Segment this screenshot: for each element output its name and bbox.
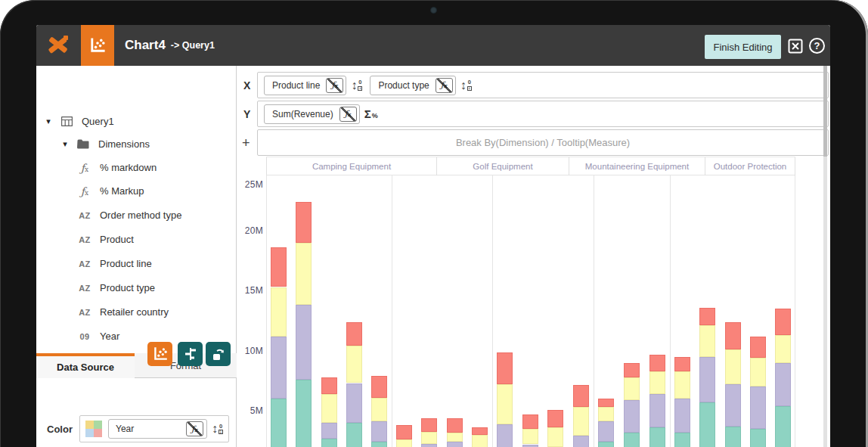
close-icon[interactable]: [788, 39, 803, 54]
bar-segment-purple[interactable]: [573, 436, 589, 447]
bar-segment-purple[interactable]: [775, 363, 791, 406]
bar-segment-red[interactable]: [699, 308, 715, 326]
bar-segment-teal[interactable]: [321, 439, 337, 447]
bar-segment-red[interactable]: [649, 355, 665, 371]
bar-segment-purple[interactable]: [674, 399, 690, 433]
bar-segment-yellow[interactable]: [750, 358, 766, 386]
bar-segment-purple[interactable]: [346, 383, 362, 423]
bar-segment-teal[interactable]: [271, 399, 287, 447]
tab-data-source[interactable]: Data Source: [36, 353, 135, 378]
bar-segment-red[interactable]: [725, 322, 741, 350]
chart-type-scatter-button[interactable]: [147, 342, 172, 366]
field-chip[interactable]: Sum(Revenue)ƒx: [264, 104, 360, 124]
sort-icon[interactable]: ↕01: [212, 423, 223, 435]
tree-item--markdown[interactable]: ƒx% markdown: [36, 156, 236, 179]
color-slot[interactable]: Year ƒx ↕01: [79, 415, 229, 442]
bar-segment-red[interactable]: [421, 418, 437, 432]
expander-caret-icon[interactable]: ▾: [44, 116, 53, 126]
bar-segment-red[interactable]: [321, 377, 337, 394]
bar-segment-red[interactable]: [447, 418, 463, 432]
bar-segment-purple[interactable]: [296, 305, 312, 380]
bar-segment-red[interactable]: [271, 247, 287, 287]
tree-item-retailer-country[interactable]: AZRetailer country: [36, 300, 236, 324]
bar-segment-red[interactable]: [522, 414, 538, 429]
bar-segment-teal[interactable]: [371, 442, 387, 447]
bar-segment-red[interactable]: [472, 427, 488, 435]
bar-segment-teal[interactable]: [725, 427, 741, 447]
bar-segment-purple[interactable]: [447, 442, 463, 447]
bar-segment-purple[interactable]: [371, 421, 387, 442]
bar-segment-red[interactable]: [624, 363, 640, 377]
bar-segment-teal[interactable]: [346, 423, 362, 447]
bar-segment-purple[interactable]: [750, 386, 766, 429]
bar-segment-purple[interactable]: [598, 421, 614, 442]
bar-segment-yellow[interactable]: [472, 435, 488, 447]
bar-segment-yellow[interactable]: [775, 335, 791, 363]
bar-segment-yellow[interactable]: [725, 349, 741, 384]
sigma-percent-icon[interactable]: Σ%: [364, 108, 378, 120]
tree-item-product-type[interactable]: AZProduct type: [36, 276, 236, 300]
fx-icon[interactable]: ƒx: [326, 78, 343, 93]
bar-segment-yellow[interactable]: [296, 243, 312, 306]
break-by-row[interactable]: Break By(Dimension) / Tooltip(Measure): [257, 129, 829, 156]
bar-segment-red[interactable]: [547, 410, 563, 427]
field-chip[interactable]: Product typeƒx: [370, 76, 455, 95]
tree-item-query1[interactable]: ▾ Query1: [36, 110, 236, 133]
bar-segment-yellow[interactable]: [522, 429, 538, 445]
color-field[interactable]: Year ƒx: [108, 419, 207, 439]
finish-editing-button[interactable]: Finish Editing: [705, 35, 781, 59]
bar-segment-red[interactable]: [296, 202, 312, 243]
bar-segment-purple[interactable]: [649, 394, 665, 428]
bar-segment-red[interactable]: [674, 357, 690, 371]
bar-segment-yellow[interactable]: [346, 346, 362, 383]
tree-item-product-line[interactable]: AZProduct line: [36, 252, 236, 275]
y-mapping-row[interactable]: Sum(Revenue)ƒxΣ%: [257, 101, 829, 127]
bar-segment-purple[interactable]: [497, 424, 513, 447]
bar-segment-yellow[interactable]: [396, 439, 412, 447]
swap-measures-button[interactable]: [178, 342, 203, 366]
bar-segment-red[interactable]: [497, 352, 513, 384]
bar-segment-teal[interactable]: [775, 406, 791, 447]
bar-segment-yellow[interactable]: [598, 407, 614, 421]
bar-segment-yellow[interactable]: [699, 325, 715, 356]
bar-segment-yellow[interactable]: [421, 432, 437, 444]
bar-segment-teal[interactable]: [649, 427, 665, 447]
bar-segment-yellow[interactable]: [371, 398, 387, 422]
bar-segment-yellow[interactable]: [624, 377, 640, 400]
x-mapping-row[interactable]: Product lineƒx↕01Product typeƒx↕01: [257, 72, 829, 98]
bar-segment-yellow[interactable]: [547, 427, 563, 446]
bar-segment-purple[interactable]: [321, 423, 337, 439]
field-chip[interactable]: Product lineƒx: [264, 76, 346, 95]
bar-segment-red[interactable]: [573, 385, 589, 407]
bar-segment-red[interactable]: [396, 425, 412, 439]
bar-segment-teal[interactable]: [699, 402, 715, 447]
fx-icon[interactable]: ƒx: [186, 421, 203, 436]
tree-item--markup[interactable]: ƒx% Markup: [36, 179, 236, 203]
bar-segment-teal[interactable]: [296, 380, 312, 447]
bar-segment-teal[interactable]: [750, 429, 766, 447]
bar-segment-purple[interactable]: [271, 337, 287, 399]
bar-segment-teal[interactable]: [598, 442, 614, 447]
bar-segment-purple[interactable]: [421, 444, 437, 447]
bar-segment-yellow[interactable]: [447, 433, 463, 442]
bar-segment-teal[interactable]: [674, 433, 690, 447]
expander-caret-icon[interactable]: ▾: [60, 139, 70, 149]
bar-segment-yellow[interactable]: [271, 287, 287, 337]
bar-segment-red[interactable]: [371, 376, 387, 398]
bar-segment-yellow[interactable]: [573, 407, 589, 436]
bar-segment-purple[interactable]: [624, 400, 640, 433]
bar-segment-red[interactable]: [775, 309, 791, 335]
sort-icon[interactable]: ↕01: [351, 79, 362, 92]
bar-segment-yellow[interactable]: [321, 394, 337, 423]
add-mapping-label[interactable]: +: [242, 135, 250, 151]
help-icon[interactable]: ?: [809, 38, 825, 54]
fx-icon[interactable]: ƒx: [339, 107, 357, 122]
bar-segment-red[interactable]: [598, 399, 614, 407]
bar-segment-teal[interactable]: [624, 433, 640, 447]
tree-item-dimensions[interactable]: ▾ Dimensions: [36, 132, 236, 156]
bar-segment-yellow[interactable]: [497, 384, 513, 424]
color-palette-swatch[interactable]: [85, 421, 102, 437]
bar-segment-red[interactable]: [346, 322, 362, 346]
bar-segment-yellow[interactable]: [649, 371, 665, 394]
scrollbar-thumb[interactable]: [823, 66, 827, 157]
